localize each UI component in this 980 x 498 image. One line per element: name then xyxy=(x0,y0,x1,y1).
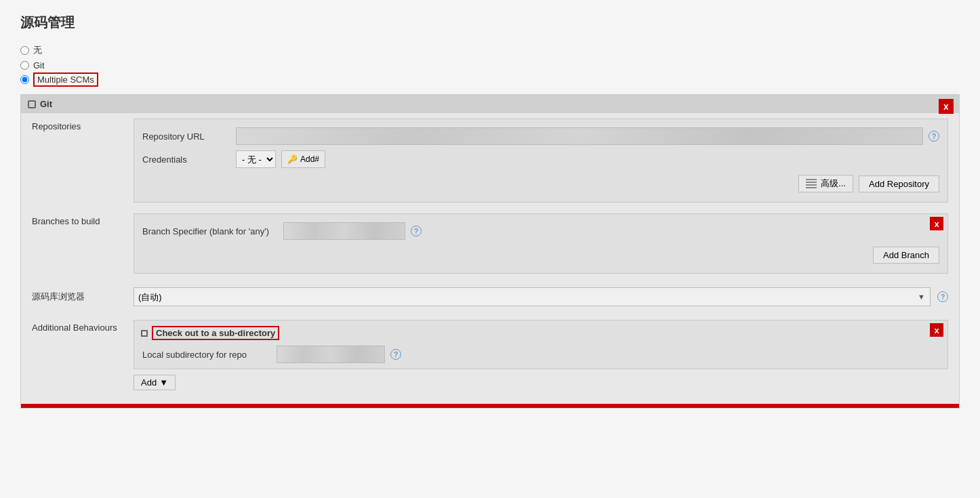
repo-url-label: Repository URL xyxy=(142,131,230,142)
add-dropdown-row: Add ▼ xyxy=(134,369,948,396)
source-browser-select-wrap: (自动) ▼ xyxy=(134,287,931,306)
advanced-icon xyxy=(806,179,817,188)
add-repository-button[interactable]: Add Repository xyxy=(859,175,939,192)
additional-behaviours-label: Additional Behaviours xyxy=(32,320,127,333)
source-browser-help-icon[interactable]: ? xyxy=(937,291,948,302)
source-browser-select[interactable]: (自动) xyxy=(134,287,931,306)
git-section-header: Git xyxy=(21,95,959,113)
branch-specifier-help-icon[interactable]: ? xyxy=(411,226,422,236)
behaviour-header-icon xyxy=(141,330,148,337)
radio-none-input[interactable] xyxy=(20,46,29,55)
subdirectory-help-icon[interactable]: ? xyxy=(390,349,401,360)
behaviour-header: Check out to a sub-directory xyxy=(134,323,947,343)
credentials-select[interactable]: - 无 - xyxy=(236,150,276,168)
radio-multiple-scms-input[interactable] xyxy=(20,75,29,84)
git-section-title: Git xyxy=(40,99,52,109)
advanced-button[interactable]: 高级... xyxy=(798,175,853,192)
subdirectory-row: Local subdirectory for repo ? xyxy=(134,343,947,366)
repositories-label: Repositories xyxy=(32,119,127,131)
credentials-label: Credentials xyxy=(142,154,230,165)
branch-specifier-label: Branch Specifier (blank for 'any') xyxy=(142,226,278,236)
branch-specifier-input[interactable] xyxy=(283,222,405,240)
radio-none-label: 无 xyxy=(33,44,42,56)
git-section-box: Git x Repositories Repository URL ? Cred… xyxy=(20,94,960,409)
repo-action-row: 高级... Add Repository xyxy=(134,171,947,196)
add-credentials-button[interactable]: 🔑 Add# xyxy=(281,150,325,168)
behaviour-title-highlighted: Check out to a sub-directory xyxy=(152,326,279,340)
scm-radio-group: 无 Git Multiple SCMs xyxy=(20,44,960,85)
bottom-red-bar xyxy=(21,404,959,408)
git-section-header-icon xyxy=(28,100,36,108)
radio-git[interactable]: Git xyxy=(20,60,960,70)
behaviour-close-button[interactable]: x xyxy=(930,323,943,337)
branch-specifier-row: Branch Specifier (blank for 'any') ? xyxy=(134,220,947,243)
multiple-scms-highlighted-label: Multiple SCMs xyxy=(33,72,98,87)
branches-inner-box: x Branch Specifier (blank for 'any') ? A… xyxy=(134,213,948,274)
page-title: 源码管理 xyxy=(20,14,960,32)
radio-multiple-scms-label: Multiple SCMs xyxy=(33,75,98,85)
add-credentials-label: Add# xyxy=(300,154,319,164)
git-section-close-button[interactable]: x xyxy=(939,99,954,114)
branch-action-row: Add Branch xyxy=(134,243,947,268)
credentials-row: Credentials - 无 - 🔑 Add# xyxy=(134,148,947,171)
radio-git-input[interactable] xyxy=(20,61,29,70)
add-dropdown-arrow-icon: ▼ xyxy=(159,377,168,388)
repo-url-help-icon[interactable]: ? xyxy=(928,131,939,142)
add-dropdown-label: Add xyxy=(141,377,157,388)
source-browser-label: 源码库浏览器 xyxy=(32,291,127,303)
source-browser-row: 源码库浏览器 (自动) ▼ ? xyxy=(21,282,959,312)
repo-url-input[interactable] xyxy=(236,127,923,145)
key-icon: 🔑 xyxy=(287,154,298,164)
repositories-inner-box: Repository URL ? Credentials - 无 - 🔑 Add… xyxy=(134,119,948,203)
behaviour-box: x Check out to a sub-directory Local sub… xyxy=(134,320,948,369)
add-dropdown-button[interactable]: Add ▼ xyxy=(134,375,176,390)
subdirectory-label: Local subdirectory for repo xyxy=(142,350,271,360)
radio-git-label: Git xyxy=(33,60,45,70)
add-branch-button[interactable]: Add Branch xyxy=(873,247,939,264)
radio-none[interactable]: 无 xyxy=(20,44,960,56)
branch-close-button[interactable]: x xyxy=(930,217,943,230)
radio-multiple-scms[interactable]: Multiple SCMs xyxy=(20,75,960,85)
branches-label: Branches to build xyxy=(32,213,127,226)
subdirectory-input[interactable] xyxy=(277,346,385,363)
repo-url-row: Repository URL ? xyxy=(134,125,947,148)
advanced-label: 高级... xyxy=(821,178,846,190)
